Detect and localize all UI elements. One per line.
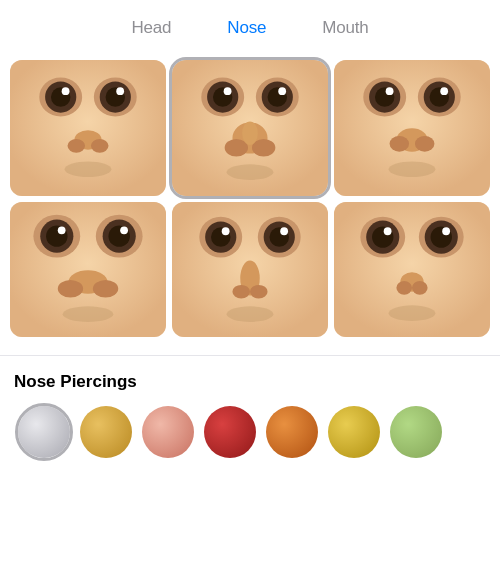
swatch-green[interactable] (390, 406, 442, 458)
svg-point-12 (65, 161, 112, 177)
svg-point-21 (278, 87, 286, 95)
face-option-3[interactable] (334, 60, 490, 196)
face-option-6[interactable] (334, 202, 490, 338)
svg-point-11 (91, 139, 109, 153)
swatch-orange[interactable] (266, 406, 318, 458)
svg-point-31 (386, 87, 394, 95)
svg-point-10 (68, 139, 86, 153)
svg-point-64 (250, 285, 268, 299)
face-option-2[interactable] (172, 60, 328, 196)
svg-point-37 (390, 136, 410, 152)
face-grid (0, 52, 500, 347)
svg-point-61 (280, 227, 288, 235)
svg-point-35 (440, 87, 448, 95)
svg-point-23 (225, 139, 248, 157)
svg-point-57 (222, 227, 230, 235)
nose-piercings-section: Nose Piercings (0, 356, 500, 470)
swatch-gold[interactable] (80, 406, 132, 458)
face-option-5[interactable] (172, 202, 328, 338)
tab-bar: Head Nose Mouth (0, 0, 500, 52)
tab-mouth[interactable]: Mouth (294, 14, 396, 42)
face-option-4[interactable] (10, 202, 166, 338)
svg-point-52 (63, 306, 114, 322)
svg-point-25 (242, 121, 258, 144)
nose-piercings-title: Nose Piercings (14, 372, 486, 392)
swatch-pink[interactable] (142, 406, 194, 458)
svg-point-74 (442, 227, 450, 235)
svg-point-17 (224, 87, 232, 95)
tab-head[interactable]: Head (104, 14, 200, 42)
swatch-silver[interactable] (18, 406, 70, 458)
svg-point-70 (384, 227, 392, 235)
svg-point-24 (252, 139, 275, 157)
svg-point-39 (389, 161, 436, 177)
svg-point-77 (412, 281, 428, 295)
face-option-1[interactable] (10, 60, 166, 196)
piercing-color-row (14, 406, 486, 458)
svg-point-76 (396, 281, 412, 295)
svg-point-78 (389, 305, 436, 321)
svg-point-26 (227, 164, 274, 180)
svg-point-4 (62, 87, 70, 95)
svg-point-63 (232, 285, 250, 299)
svg-point-38 (415, 136, 435, 152)
svg-point-51 (93, 280, 118, 298)
svg-point-65 (227, 306, 274, 322)
swatch-red[interactable] (204, 406, 256, 458)
svg-point-48 (120, 226, 128, 234)
svg-point-44 (58, 226, 66, 234)
swatch-yellow[interactable] (328, 406, 380, 458)
tab-nose[interactable]: Nose (199, 14, 294, 42)
svg-point-50 (58, 280, 83, 298)
svg-point-8 (116, 87, 124, 95)
